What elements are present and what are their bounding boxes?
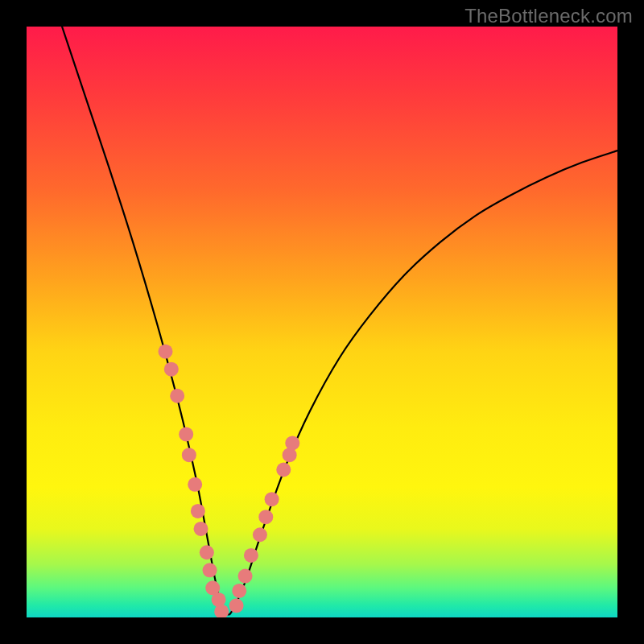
data-point <box>253 527 267 542</box>
data-point <box>265 492 279 506</box>
data-point <box>194 522 208 536</box>
data-point <box>200 545 214 559</box>
data-point <box>229 598 244 613</box>
data-point <box>191 504 205 518</box>
data-point <box>188 477 202 492</box>
data-point <box>170 389 184 403</box>
curve-layer <box>62 27 617 615</box>
data-point <box>244 548 258 563</box>
data-point <box>164 362 179 377</box>
data-point <box>182 448 196 462</box>
data-point <box>203 563 217 577</box>
watermark-text: TheBottleneck.com <box>464 5 633 27</box>
data-point <box>158 345 172 359</box>
data-point <box>179 427 193 441</box>
chart-svg <box>27 27 617 617</box>
chart-frame: TheBottleneck.com <box>0 0 644 644</box>
data-point <box>276 463 291 477</box>
data-point <box>232 584 246 598</box>
data-point <box>238 569 253 584</box>
data-point <box>285 436 299 450</box>
plot-area <box>27 27 617 617</box>
data-point <box>258 510 273 524</box>
dots-layer <box>158 345 299 617</box>
bottleneck-curve <box>62 27 617 615</box>
